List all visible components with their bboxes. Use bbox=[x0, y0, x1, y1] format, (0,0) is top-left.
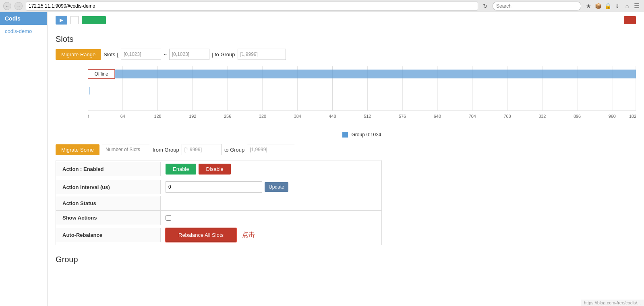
migrate-some-row: Migrate Some from Group to Group bbox=[56, 144, 636, 155]
group-title: Group bbox=[56, 255, 636, 264]
action-table: Action : Enabled Enable Disable Action I… bbox=[56, 160, 382, 245]
chinese-hint: 点击 bbox=[242, 231, 255, 239]
reload-button[interactable]: ↻ bbox=[481, 2, 489, 10]
menu-button[interactable]: ☰ bbox=[633, 2, 641, 10]
slots-group-input[interactable] bbox=[238, 49, 286, 60]
show-actions-checkbox[interactable] bbox=[166, 215, 171, 221]
slots-label: Slots-[ bbox=[104, 51, 118, 58]
svg-text:1024: 1024 bbox=[629, 114, 636, 119]
action-interval-input[interactable] bbox=[166, 181, 262, 193]
svg-text:512: 512 bbox=[364, 114, 371, 119]
svg-text:0: 0 bbox=[88, 114, 89, 119]
action-interval-value: Update bbox=[161, 178, 381, 196]
action-status-label: Action Status bbox=[56, 196, 161, 210]
svg-text:128: 128 bbox=[154, 114, 162, 119]
migrate-range-row: Migrate Range Slots-[ ~ ] to Group bbox=[56, 49, 636, 60]
slots-range-input2[interactable] bbox=[169, 49, 209, 60]
svg-text:256: 256 bbox=[224, 114, 231, 119]
forward-button[interactable]: → bbox=[14, 2, 23, 10]
status-text: https://blog.com-free/codis/... bbox=[584, 300, 641, 305]
search-input[interactable] bbox=[493, 2, 581, 10]
status-bar: https://blog.com-free/codis/... bbox=[581, 300, 644, 306]
browser-toolbar: ← → ↻ ★ 📦 🔒 ⇓ ⌂ ☰ bbox=[0, 0, 644, 12]
top-red-bar bbox=[624, 16, 636, 24]
migrate-range-button[interactable]: Migrate Range bbox=[56, 49, 101, 60]
main-content: ▶ Slots Migrate Range Slots-[ ~ ] to Gro… bbox=[48, 12, 644, 306]
history-icon[interactable]: 📦 bbox=[594, 2, 602, 10]
sidebar-item-codis-demo[interactable]: codis-demo bbox=[0, 25, 47, 37]
bookmark-icon[interactable]: ★ bbox=[584, 2, 592, 10]
migrate-some-button[interactable]: Migrate Some bbox=[56, 144, 99, 155]
svg-text:640: 640 bbox=[434, 114, 441, 119]
top-strip: ▶ bbox=[56, 12, 636, 28]
range-separator: ~ bbox=[164, 51, 167, 58]
auto-rebalance-row: Auto-Rebalance Rebalance All Slots 点击 bbox=[56, 225, 381, 245]
show-actions-row: Show Actions bbox=[56, 211, 381, 225]
svg-text:64: 64 bbox=[120, 114, 125, 119]
action-enabled-value: Enable Disable bbox=[161, 160, 381, 178]
svg-text:704: 704 bbox=[469, 114, 476, 119]
top-green-bar bbox=[82, 16, 106, 24]
action-interval-label: Action Interval (us) bbox=[56, 180, 161, 194]
back-button[interactable]: ← bbox=[3, 2, 11, 10]
home-icon[interactable]: ⌂ bbox=[623, 2, 631, 10]
num-slots-input[interactable] bbox=[102, 144, 150, 155]
svg-text:192: 192 bbox=[189, 114, 196, 119]
app-container: Codis codis-demo ▶ Slots Migrate Range S… bbox=[0, 12, 644, 306]
svg-rect-24 bbox=[89, 87, 90, 94]
action-status-value bbox=[161, 200, 381, 207]
svg-text:576: 576 bbox=[399, 114, 406, 119]
svg-text:960: 960 bbox=[609, 114, 616, 119]
show-actions-label: Show Actions bbox=[56, 211, 161, 225]
svg-text:320: 320 bbox=[259, 114, 266, 119]
svg-rect-21 bbox=[88, 70, 636, 78]
auto-rebalance-value: Rebalance All Slots 点击 bbox=[161, 225, 381, 245]
legend-color-box bbox=[342, 132, 348, 138]
auto-rebalance-label: Auto-Rebalance bbox=[56, 228, 161, 242]
show-actions-value bbox=[161, 212, 381, 224]
shield-icon[interactable]: 🔒 bbox=[604, 2, 612, 10]
action-enabled-label: Action : Enabled bbox=[56, 162, 161, 176]
rebalance-button[interactable]: Rebalance All Slots bbox=[166, 228, 236, 242]
svg-text:832: 832 bbox=[538, 114, 546, 119]
chart-inner: Offline Migrating Default Offline 0 64 1… bbox=[88, 66, 636, 124]
top-blue-button[interactable]: ▶ bbox=[56, 16, 67, 25]
disable-button[interactable]: Disable bbox=[199, 164, 230, 175]
slots-chart: Offline Migrating Default Offline 0 64 1… bbox=[88, 66, 636, 123]
from-group-input[interactable] bbox=[182, 144, 222, 155]
sidebar-title: Codis bbox=[0, 12, 47, 25]
slots-chart-container: Offline Migrating Default Offline 0 64 1… bbox=[56, 66, 636, 124]
sidebar: Codis codis-demo bbox=[0, 12, 48, 306]
chart-legend: Group-0:1024 bbox=[88, 132, 636, 138]
update-button[interactable]: Update bbox=[265, 182, 288, 192]
legend-label: Group-0:1024 bbox=[351, 132, 381, 138]
to-group-label: ] to Group bbox=[212, 51, 235, 58]
svg-text:Offline: Offline bbox=[95, 71, 108, 77]
enable-button[interactable]: Enable bbox=[166, 164, 196, 175]
download-icon[interactable]: ⇓ bbox=[613, 2, 621, 10]
address-bar[interactable] bbox=[26, 2, 478, 10]
top-checkbox bbox=[70, 16, 79, 24]
action-status-row: Action Status bbox=[56, 196, 381, 211]
action-enabled-row: Action : Enabled Enable Disable bbox=[56, 160, 381, 178]
svg-text:448: 448 bbox=[329, 114, 336, 119]
to-group-label2: to Group bbox=[224, 147, 245, 153]
slots-range-input1[interactable] bbox=[121, 49, 161, 60]
to-group-input[interactable] bbox=[247, 144, 295, 155]
from-group-label: from Group bbox=[153, 147, 179, 153]
action-interval-row: Action Interval (us) Update bbox=[56, 178, 381, 196]
slots-title: Slots bbox=[56, 35, 636, 44]
svg-text:768: 768 bbox=[503, 114, 511, 119]
svg-text:896: 896 bbox=[574, 114, 581, 119]
svg-text:384: 384 bbox=[294, 114, 301, 119]
